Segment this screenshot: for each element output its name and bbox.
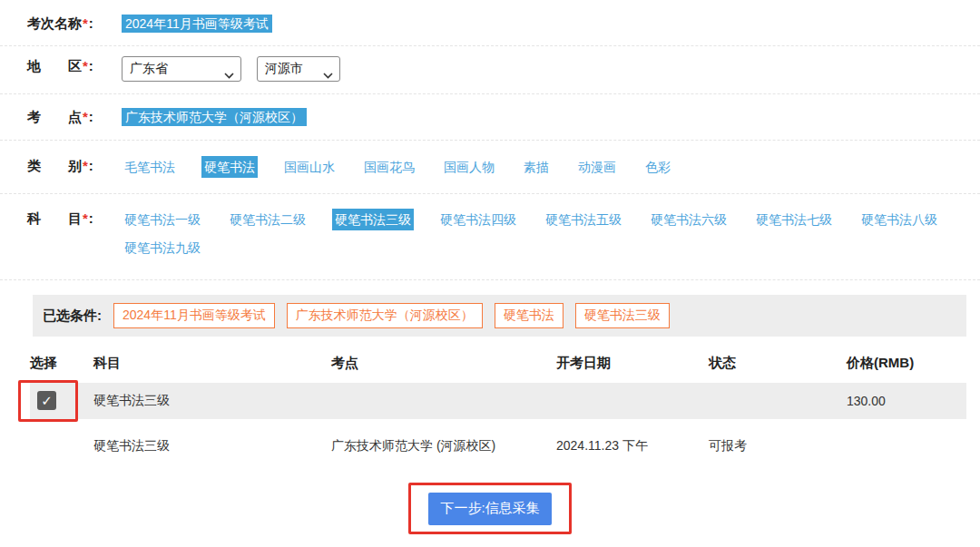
category-option[interactable]: 色彩	[642, 156, 673, 178]
region-label: 地区*:	[27, 56, 107, 76]
category-options: 毛笔书法硬笔书法国画山水国画花鸟国画人物素描动漫画色彩	[122, 156, 697, 178]
city-select[interactable]: 河源市	[257, 56, 340, 82]
subject-option[interactable]: 硬笔书法二级	[227, 209, 309, 230]
exam-table: 选择 科目 考点 开考日期 状态 价格(RMB) ✓ 硬笔书法三级 130.00…	[30, 355, 966, 457]
subject-option[interactable]: 硬笔书法七级	[753, 209, 835, 230]
filter-tag[interactable]: 广东技术师范大学（河源校区）	[287, 303, 483, 328]
subject-option[interactable]: 硬笔书法四级	[437, 209, 519, 230]
subject-option[interactable]: 硬笔书法三级	[332, 209, 414, 230]
column-header-price: 价格(RMB)	[839, 355, 966, 372]
cell-date: 2024.11.23 下午	[549, 438, 701, 454]
exam-session-row: 考次名称*: 2024年11月书画等级考试	[0, 0, 980, 46]
exam-session-value[interactable]: 2024年11月书画等级考试	[122, 15, 272, 33]
category-option[interactable]: 毛笔书法	[122, 156, 178, 178]
required-asterisk: *	[83, 158, 88, 173]
category-option[interactable]: 素描	[521, 156, 552, 178]
region-row: 地区*: 广东省 河源市	[0, 46, 980, 94]
required-asterisk: *	[83, 15, 88, 31]
chevron-down-icon	[224, 67, 234, 82]
category-option[interactable]: 国画山水	[281, 156, 338, 178]
selected-filters-label: 已选条件:	[43, 308, 102, 325]
cell-point: 广东技术师范大学 (河源校区)	[324, 438, 549, 454]
exam-point-label: 考点*:	[27, 107, 107, 127]
required-asterisk: *	[83, 109, 88, 124]
subject-label: 科目*:	[27, 209, 107, 229]
subject-option[interactable]: 硬笔书法一级	[122, 209, 203, 230]
row-checkbox[interactable]: ✓	[37, 391, 56, 410]
cell-subject: 硬笔书法三级	[86, 438, 324, 454]
column-header-status: 状态	[701, 355, 839, 372]
category-row: 类别*: 毛笔书法硬笔书法国画山水国画花鸟国画人物素描动漫画色彩	[0, 141, 980, 194]
filter-tag[interactable]: 硬笔书法三级	[575, 303, 670, 328]
category-option[interactable]: 硬笔书法	[201, 156, 258, 178]
subject-option[interactable]: 硬笔书法六级	[648, 209, 730, 230]
column-header-subject: 科目	[86, 355, 324, 372]
required-asterisk: *	[83, 58, 88, 73]
category-option[interactable]: 动漫画	[575, 156, 619, 178]
table-row: ✓ 硬笔书法三级 130.00	[30, 383, 966, 419]
subject-options-line1: 硬笔书法一级硬笔书法二级硬笔书法三级硬笔书法四级硬笔书法五级硬笔书法六级硬笔书法…	[122, 209, 964, 230]
category-option[interactable]: 国画人物	[441, 156, 497, 178]
exam-session-label: 考次名称*:	[27, 14, 107, 34]
subject-option[interactable]: 硬笔书法八级	[858, 209, 940, 230]
category-label: 类别*:	[27, 156, 107, 176]
column-header-point: 考点	[324, 355, 549, 372]
exam-point-value[interactable]: 广东技术师范大学（河源校区）	[122, 108, 307, 126]
exam-point-row: 考点*: 广东技术师范大学（河源校区）	[0, 94, 980, 141]
selected-filters-bar: 已选条件: 2024年11月书画等级考试广东技术师范大学（河源校区）硬笔书法硬笔…	[33, 295, 966, 337]
column-header-date: 开考日期	[549, 355, 701, 372]
cell-status: 可报考	[701, 438, 839, 454]
subject-option[interactable]: 硬笔书法五级	[543, 209, 624, 230]
table-row: 硬笔书法三级 广东技术师范大学 (河源校区) 2024.11.23 下午 可报考	[30, 435, 966, 457]
filter-tag[interactable]: 硬笔书法	[495, 303, 564, 328]
selected-filter-tags: 2024年11月书画等级考试广东技术师范大学（河源校区）硬笔书法硬笔书法三级	[113, 303, 670, 328]
province-select[interactable]: 广东省	[122, 56, 241, 82]
cell-subject: 硬笔书法三级	[86, 393, 324, 409]
subject-row: 科目*: 硬笔书法一级硬笔书法二级硬笔书法三级硬笔书法四级硬笔书法五级硬笔书法六…	[0, 194, 980, 280]
subject-option[interactable]: 硬笔书法九级	[122, 239, 203, 258]
chevron-down-icon	[323, 67, 333, 82]
cell-price: 130.00	[839, 394, 966, 408]
next-step-button[interactable]: 下一步:信息采集	[428, 493, 552, 525]
annotation-box-next-button: 下一步:信息采集	[408, 483, 572, 534]
subject-options-line2: 硬笔书法九级	[122, 239, 964, 258]
column-header-select: 选择	[30, 355, 86, 372]
table-header-row: 选择 科目 考点 开考日期 状态 价格(RMB)	[30, 355, 966, 381]
required-asterisk: *	[83, 210, 88, 226]
filter-tag[interactable]: 2024年11月书画等级考试	[113, 303, 275, 328]
category-option[interactable]: 国画花鸟	[361, 156, 417, 178]
